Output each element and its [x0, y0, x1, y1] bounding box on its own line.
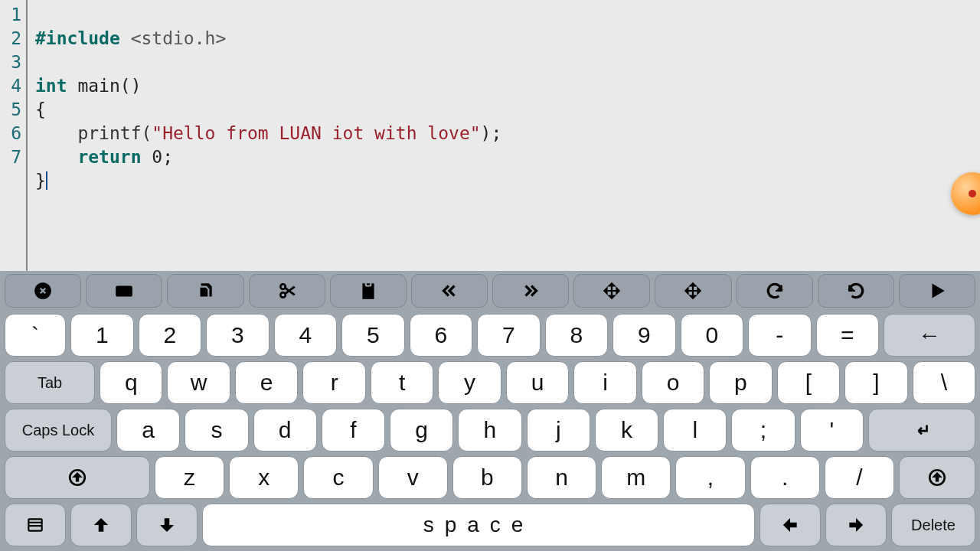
arrow-up-icon [91, 515, 111, 535]
key-5[interactable]: 5 [341, 314, 405, 357]
keyboard-row-3: Caps Lock a s d f g h j k l ; ' [5, 409, 975, 452]
keyboard-row-2: Tab q w e r t y u i o p [ ] \ [5, 361, 975, 404]
copy-button[interactable] [167, 274, 243, 308]
key-m[interactable]: m [601, 456, 671, 499]
key-equals[interactable]: = [816, 314, 880, 357]
key-menu[interactable] [5, 504, 66, 546]
key-h[interactable]: h [458, 409, 521, 452]
key-t[interactable]: t [371, 361, 433, 404]
token-plain: 0; [141, 147, 173, 167]
key-delete[interactable]: Delete [891, 504, 975, 546]
keyboard-icon [114, 281, 134, 301]
key-tab[interactable]: Tab [5, 361, 95, 404]
toggle-keyboard-button[interactable] [86, 274, 162, 308]
key-shift-left[interactable] [5, 456, 150, 499]
code-area[interactable]: #include <stdio.h> int main() { printf("… [28, 0, 501, 271]
code-editor[interactable]: 1 2 3 4 5 6 7 #include <stdio.h> int mai… [0, 0, 980, 271]
scissors-icon [277, 281, 297, 301]
move-icon [602, 281, 622, 301]
undo-icon [765, 281, 785, 301]
line-number: 2 [0, 27, 26, 51]
key-e[interactable]: e [235, 361, 298, 404]
key-arrow-left[interactable] [760, 504, 821, 546]
key-enter[interactable] [868, 409, 975, 452]
arrow-right-icon [846, 515, 866, 535]
move-cursor-button[interactable] [573, 274, 650, 308]
key-c[interactable]: c [303, 456, 373, 499]
clipboard-icon [358, 281, 378, 301]
redo-button[interactable] [818, 274, 894, 308]
menu-icon [25, 515, 45, 535]
token-include-header: <stdio.h> [120, 28, 226, 48]
svg-rect-7 [120, 292, 129, 294]
key-z[interactable]: z [155, 456, 224, 499]
key-s[interactable]: s [185, 409, 248, 452]
key-bracket-close[interactable]: ] [844, 361, 907, 404]
key-0[interactable]: 0 [681, 314, 744, 357]
key-l[interactable]: l [663, 409, 727, 452]
key-d[interactable]: d [253, 409, 317, 452]
close-button[interactable] [5, 274, 81, 308]
key-backslash[interactable]: \ [913, 361, 975, 404]
shift-up-icon [927, 468, 947, 487]
svg-rect-4 [123, 289, 125, 290]
prev-button[interactable] [411, 274, 488, 308]
run-button[interactable] [899, 274, 975, 308]
key-8[interactable]: 8 [545, 314, 609, 357]
key-apostrophe[interactable]: ' [800, 409, 864, 452]
key-space[interactable]: space [202, 504, 755, 546]
key-capslock[interactable]: Caps Lock [5, 409, 112, 452]
key-comma[interactable]: , [675, 456, 745, 499]
keyboard-row-5: space Delete [5, 504, 975, 546]
token-string: "Hello from LUAN iot with love" [152, 123, 480, 143]
key-1[interactable]: 1 [70, 314, 134, 357]
key-slash[interactable]: / [825, 456, 894, 499]
key-minus[interactable]: - [748, 314, 812, 357]
key-arrow-right[interactable] [825, 504, 887, 546]
key-q[interactable]: q [100, 361, 162, 404]
cut-button[interactable] [249, 274, 325, 308]
key-backspace[interactable]: ← [884, 314, 975, 357]
key-3[interactable]: 3 [206, 314, 270, 357]
paste-button[interactable] [330, 274, 407, 308]
key-9[interactable]: 9 [612, 314, 676, 357]
key-u[interactable]: u [506, 361, 569, 404]
token-function: printf( [77, 123, 152, 143]
key-shift-right[interactable] [899, 456, 975, 499]
key-j[interactable]: j [527, 409, 590, 452]
line-number: 6 [0, 122, 26, 145]
key-w[interactable]: w [167, 361, 230, 404]
token-keyword: return [77, 147, 141, 167]
arrow-left-icon [780, 515, 800, 535]
key-y[interactable]: y [438, 361, 501, 404]
key-r[interactable]: r [302, 361, 365, 404]
key-6[interactable]: 6 [410, 314, 473, 357]
key-b[interactable]: b [452, 456, 522, 499]
next-button[interactable] [492, 274, 569, 308]
key-period[interactable]: . [750, 456, 820, 499]
key-4[interactable]: 4 [274, 314, 338, 357]
key-7[interactable]: 7 [477, 314, 541, 357]
key-backtick[interactable]: ` [5, 314, 66, 357]
key-v[interactable]: v [378, 456, 448, 499]
key-f[interactable]: f [322, 409, 385, 452]
key-k[interactable]: k [595, 409, 658, 452]
move-selection-button[interactable] [655, 274, 731, 308]
key-bracket-open[interactable]: [ [777, 361, 840, 404]
key-n[interactable]: n [527, 456, 596, 499]
token-brace: { [35, 99, 46, 119]
key-2[interactable]: 2 [139, 314, 202, 357]
undo-button[interactable] [737, 274, 813, 308]
key-o[interactable]: o [642, 361, 704, 404]
key-g[interactable]: g [390, 409, 453, 452]
key-x[interactable]: x [229, 456, 299, 499]
key-a[interactable]: a [116, 409, 180, 452]
key-i[interactable]: i [573, 361, 636, 404]
key-semicolon[interactable]: ; [731, 409, 795, 452]
arrow-down-icon [157, 515, 177, 535]
token-brace: } [35, 171, 46, 191]
key-p[interactable]: p [709, 361, 772, 404]
key-arrow-up[interactable] [70, 504, 132, 546]
record-button[interactable] [951, 172, 980, 215]
key-arrow-down[interactable] [136, 504, 198, 546]
